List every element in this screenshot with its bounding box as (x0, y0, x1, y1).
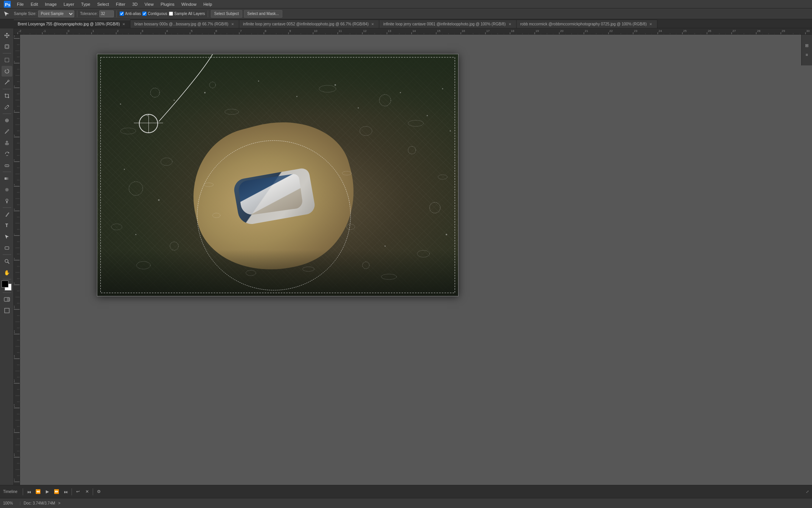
sample-all-layers-label[interactable]: Sample All Layers (169, 12, 205, 16)
menu-type[interactable]: Type (78, 1, 93, 7)
menu-window[interactable]: Window (178, 1, 200, 7)
timeline-loop-btn[interactable]: ↩ (74, 488, 81, 495)
options-bar: Sample Size: Point Sample 3 by 3 Average… (0, 8, 812, 19)
screen-mode-btn[interactable] (2, 305, 12, 316)
timeline-last-btn[interactable]: ⏭ (62, 488, 69, 495)
photo-background (97, 54, 458, 296)
doc-tab-3[interactable]: infinite loop jerry cantave 0061 @infini… (379, 20, 516, 28)
quick-mask-btn[interactable] (2, 294, 12, 305)
menu-image[interactable]: Image (42, 1, 60, 7)
history-brush-tool-btn[interactable] (2, 149, 12, 159)
brush-tool-btn[interactable] (2, 126, 12, 137)
sample-size-select[interactable]: Point Sample 3 by 3 Average 5 by 5 Avera… (38, 10, 74, 17)
svg-rect-19 (5, 247, 9, 249)
move-tool-btn[interactable] (2, 30, 12, 41)
menu-filter[interactable]: Filter (113, 1, 128, 7)
menu-help[interactable]: Help (200, 1, 215, 7)
path-select-tool-btn[interactable] (2, 231, 12, 242)
svg-text:10: 10 (14, 306, 15, 309)
svg-text:23: 23 (634, 29, 637, 33)
doc-tab-2[interactable]: infinite loop jerry cantave 0052 @infini… (239, 20, 380, 28)
tolerance-label: Tolerance: (80, 12, 98, 16)
active-tool-icon (2, 10, 11, 18)
doc-tab-4-close[interactable]: ✕ (649, 22, 653, 27)
svg-text:2: 2 (14, 110, 15, 112)
tool-sep-5 (3, 207, 11, 208)
clone-stamp-tool-btn[interactable] (2, 137, 12, 148)
doc-tab-1-close[interactable]: ✕ (230, 22, 235, 27)
timeline-divider-2 (72, 488, 72, 495)
doc-tab-0[interactable]: Brent Looyenga 755 @looyengaphoto.jpg @ … (14, 20, 130, 28)
timeline-play-btn[interactable]: ▶ (44, 488, 51, 495)
menu-view[interactable]: View (142, 1, 157, 7)
eraser-tool-btn[interactable] (2, 160, 12, 170)
svg-text:28: 28 (757, 29, 760, 33)
doc-tab-1[interactable]: brian bossany 000s @...bossany.jpg @ 66.… (130, 20, 239, 28)
zoom-level: 100% (3, 501, 17, 505)
menu-edit[interactable]: Edit (28, 1, 41, 7)
anti-alias-label[interactable]: Anti-alias (120, 12, 141, 16)
svg-point-15 (5, 188, 8, 191)
color-swatches[interactable] (2, 281, 12, 291)
foreground-color-swatch[interactable] (2, 281, 8, 287)
svg-text:7: 7 (14, 233, 15, 235)
sample-all-layers-checkbox[interactable] (169, 12, 173, 16)
type-tool-btn[interactable]: T (2, 220, 12, 231)
lasso-tool-btn[interactable] (2, 66, 12, 77)
pen-tool-btn[interactable] (2, 209, 12, 220)
menu-file[interactable]: File (14, 1, 27, 7)
timeline-settings-btn[interactable]: ⚙ (95, 488, 102, 495)
ruler-top: -2-1012345678910111213141516171819202122… (14, 28, 812, 35)
svg-text:15: 15 (14, 429, 15, 432)
eyedropper-tool-btn[interactable] (2, 102, 12, 112)
doc-tab-4[interactable]: robb mccormick @robbmccormickphotography… (517, 20, 658, 28)
timeline-first-btn[interactable]: ⏮ (25, 488, 32, 495)
shape-tool-btn[interactable] (2, 242, 12, 253)
svg-text:26: 26 (708, 29, 711, 33)
dodge-tool-btn[interactable] (2, 196, 12, 206)
svg-text:11: 11 (338, 29, 342, 33)
svg-text:9: 9 (289, 29, 291, 33)
tolerance-input[interactable] (99, 10, 114, 17)
anti-alias-checkbox[interactable] (120, 12, 124, 16)
svg-text:0: 0 (14, 61, 15, 62)
select-subject-button[interactable]: Select Subject (211, 10, 242, 18)
contiguous-checkbox[interactable] (142, 12, 147, 16)
rectangular-marquee-tool-btn[interactable] (2, 55, 12, 65)
select-and-mask-button[interactable]: Select and Mask... (244, 10, 282, 18)
left-toolbar: T ✋ (0, 28, 14, 485)
svg-text:4: 4 (166, 29, 168, 33)
svg-rect-23 (7, 297, 10, 301)
panel-collapse-btn[interactable]: ≡ (803, 51, 811, 58)
timeline-prev-btn[interactable]: ⏪ (35, 488, 42, 495)
timeline-delete-btn[interactable]: ✕ (83, 488, 90, 495)
artboard-tool-btn[interactable] (2, 41, 12, 52)
doc-tab-3-close[interactable]: ✕ (508, 22, 512, 27)
right-mini-panel: ⊞ ≡ (801, 35, 812, 65)
crop-tool-btn[interactable] (2, 90, 12, 101)
timeline-expand-icon[interactable]: ⤢ (806, 490, 809, 494)
doc-info-arrow[interactable]: > (58, 501, 60, 505)
canvas-area[interactable] (20, 35, 812, 485)
svg-text:12: 12 (14, 355, 15, 358)
timeline-next-btn[interactable]: ⏩ (53, 488, 60, 495)
gradient-tool-btn[interactable] (2, 173, 12, 184)
menu-select[interactable]: Select (94, 1, 112, 7)
menu-3d[interactable]: 3D (129, 1, 141, 7)
doc-tab-0-close[interactable]: ✕ (122, 22, 126, 27)
panel-expand-btn[interactable]: ⊞ (803, 42, 811, 49)
menu-layer[interactable]: Layer (60, 1, 77, 7)
hand-tool-btn[interactable]: ✋ (2, 267, 12, 278)
magic-wand-tool-btn[interactable] (2, 77, 12, 88)
doc-tab-2-close[interactable]: ✕ (370, 22, 375, 27)
zoom-tool-btn[interactable] (2, 256, 12, 267)
blur-tool-btn[interactable] (2, 184, 12, 195)
timeline-divider-3 (93, 488, 93, 495)
contiguous-label[interactable]: Contiguous (142, 12, 167, 16)
bottom-shadow (97, 250, 458, 296)
menu-plugins[interactable]: Plugins (157, 1, 177, 7)
svg-rect-4 (5, 58, 9, 62)
divider-2 (117, 10, 117, 17)
menu-bar: Ps File Edit Image Layer Type Select Fil… (0, 0, 812, 8)
healing-brush-tool-btn[interactable] (2, 115, 12, 126)
